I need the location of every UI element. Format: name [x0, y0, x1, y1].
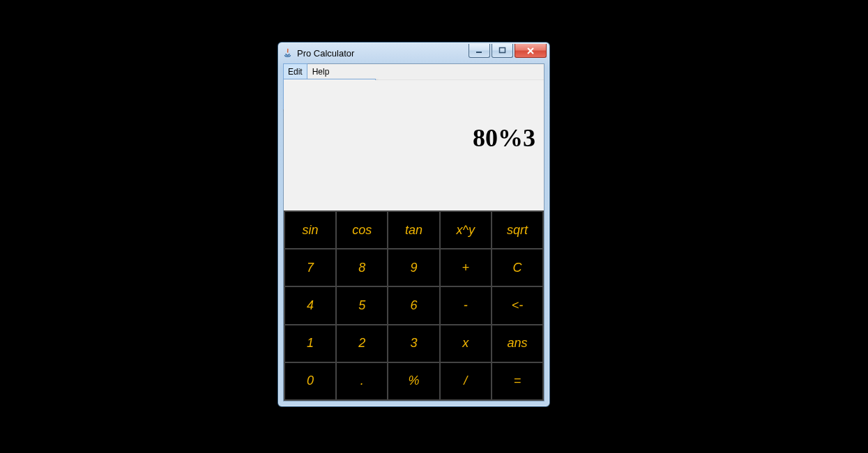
key-equals[interactable]: =: [492, 363, 542, 399]
display-value: 80%3: [473, 123, 535, 153]
maximize-button[interactable]: [492, 44, 513, 58]
key-5[interactable]: 5: [337, 287, 387, 323]
app-window: Pro Calculator Edit: [277, 42, 550, 407]
key-plus[interactable]: +: [441, 249, 491, 286]
menu-help-label: Help: [312, 67, 330, 77]
close-button[interactable]: [515, 44, 547, 58]
svg-rect-1: [500, 48, 505, 53]
minimize-icon: [475, 47, 483, 54]
key-minus[interactable]: -: [441, 287, 491, 323]
menubar: Edit Help edit button color edit display…: [284, 64, 544, 80]
desktop: Pro Calculator Edit: [0, 0, 868, 453]
window-title: Pro Calculator: [297, 48, 354, 59]
key-ans[interactable]: ans: [492, 325, 542, 362]
key-pow[interactable]: x^y: [441, 212, 491, 248]
display-area: 80%3: [284, 80, 544, 210]
window-controls: [469, 44, 547, 58]
key-2[interactable]: 2: [337, 325, 387, 362]
key-8[interactable]: 8: [337, 249, 387, 286]
key-0[interactable]: 0: [285, 363, 335, 399]
menu-edit[interactable]: Edit: [283, 63, 307, 80]
key-multiply[interactable]: x: [441, 325, 491, 362]
key-dot[interactable]: .: [337, 363, 387, 399]
keypad: sin cos tan x^y sqrt 7 8 9 + C 4 5 6 - <…: [284, 210, 544, 401]
menu-help[interactable]: Help: [307, 64, 335, 79]
close-icon: [526, 47, 535, 55]
client-area: Edit Help edit button color edit display…: [283, 63, 545, 401]
key-backspace[interactable]: <-: [492, 287, 542, 323]
minimize-button[interactable]: [469, 44, 490, 58]
titlebar[interactable]: Pro Calculator: [278, 43, 549, 63]
key-3[interactable]: 3: [388, 325, 439, 362]
menu-edit-label: Edit: [288, 67, 303, 77]
key-1[interactable]: 1: [285, 325, 335, 362]
key-4[interactable]: 4: [285, 287, 335, 323]
key-6[interactable]: 6: [388, 287, 439, 323]
key-7[interactable]: 7: [285, 249, 335, 286]
key-percent[interactable]: %: [388, 363, 439, 399]
key-9[interactable]: 9: [388, 249, 439, 286]
maximize-icon: [498, 47, 506, 54]
key-tan[interactable]: tan: [388, 212, 439, 248]
key-divide[interactable]: /: [441, 363, 491, 399]
svg-rect-0: [476, 52, 482, 53]
java-icon: [282, 47, 294, 59]
key-sin[interactable]: sin: [285, 212, 335, 248]
key-sqrt[interactable]: sqrt: [492, 212, 542, 248]
key-clear[interactable]: C: [492, 249, 542, 286]
key-cos[interactable]: cos: [337, 212, 387, 248]
